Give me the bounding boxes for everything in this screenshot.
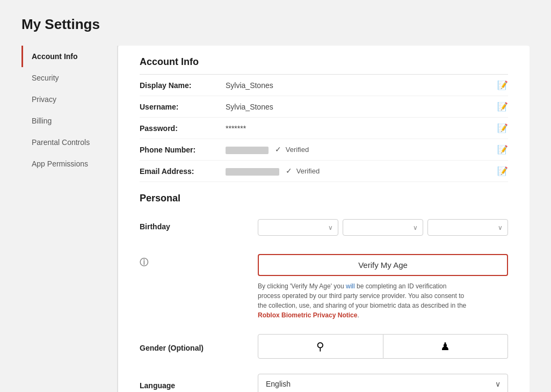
notice-highlight: will	[346, 282, 355, 290]
sidebar-item-security[interactable]: Security	[21, 67, 117, 89]
main-content: Account Info Display Name: Sylvia_Stones…	[118, 46, 530, 392]
birthday-month-select[interactable]: JanFebMar AprMayJun JulAugSep OctNovDec	[258, 219, 338, 236]
language-control: English Spanish French German Portuguese	[258, 374, 508, 392]
email-edit-icon[interactable]: 📝	[497, 166, 508, 176]
display-name-value: Sylvia_Stones	[226, 81, 497, 90]
birthday-month-wrapper: JanFebMar AprMayJun JulAugSep OctNovDec	[258, 219, 338, 236]
phone-verified-text: Verified	[286, 146, 309, 154]
language-row: Language English Spanish French German P…	[140, 366, 508, 392]
username-label: Username:	[140, 103, 226, 111]
email-redacted	[226, 168, 279, 176]
verify-age-row: ⓘ Verify My Age By clicking 'Verify My A…	[140, 248, 508, 326]
birthday-controls: JanFebMar AprMayJun JulAugSep OctNovDec …	[258, 219, 508, 241]
display-name-edit-icon[interactable]: 📝	[497, 80, 508, 90]
birthday-day-select[interactable]: 121531	[343, 219, 423, 236]
sidebar-item-account-info[interactable]: Account Info	[21, 46, 117, 67]
display-name-label: Display Name:	[140, 81, 226, 90]
password-value: *******	[226, 124, 497, 133]
sidebar-item-privacy[interactable]: Privacy	[21, 89, 117, 110]
gender-label: Gender (Optional)	[140, 340, 247, 352]
verify-notice-text: By clicking 'Verify My Age' you will be …	[258, 282, 466, 319]
gender-male-icon: ⚲	[316, 340, 324, 353]
password-edit-icon[interactable]: 📝	[497, 123, 508, 133]
birthday-row: Birthday JanFebMar AprMayJun JulAugSep O…	[140, 213, 508, 248]
phone-edit-icon[interactable]: 📝	[497, 144, 508, 155]
personal-section: Personal Birthday JanFebMar AprMayJun Ju…	[140, 193, 508, 392]
gender-buttons: ⚲ ♟	[258, 334, 508, 359]
phone-number-row: Phone Number: ✓ Verified 📝	[140, 139, 508, 161]
verify-age-notice: By clicking 'Verify My Age' you will be …	[258, 281, 467, 320]
gender-male-button[interactable]: ⚲	[258, 334, 383, 359]
email-verified-text: Verified	[296, 167, 320, 175]
email-checkmark: ✓	[286, 166, 292, 175]
birthday-label: Birthday	[140, 219, 247, 231]
verify-age-help: ⓘ	[140, 254, 247, 268]
birthday-year-wrapper: 200019901980	[427, 219, 508, 236]
birthday-day-wrapper: 121531	[343, 219, 423, 236]
email-value: ✓ Verified	[226, 166, 497, 175]
gender-control: ⚲ ♟	[258, 334, 508, 359]
language-select[interactable]: English Spanish French German Portuguese	[258, 374, 508, 392]
sidebar-item-app-permissions[interactable]: App Permissions	[21, 153, 117, 175]
email-row: Email Address: ✓ Verified 📝	[140, 161, 508, 182]
verify-age-button[interactable]: Verify My Age	[258, 254, 508, 276]
sidebar-item-parental-controls[interactable]: Parental Controls	[21, 132, 117, 153]
page-title: My Settings	[21, 16, 530, 33]
verify-age-control: Verify My Age By clicking 'Verify My Age…	[258, 254, 508, 320]
username-edit-icon[interactable]: 📝	[497, 101, 508, 112]
sidebar: Account Info Security Privacy Billing Pa…	[21, 46, 118, 392]
password-row: Password: ******* 📝	[140, 118, 508, 139]
sidebar-item-billing[interactable]: Billing	[21, 110, 117, 132]
email-label: Email Address:	[140, 167, 226, 176]
birthday-year-select[interactable]: 200019901980	[427, 219, 508, 236]
account-info-title: Account Info	[140, 46, 508, 75]
username-value: Sylvia_Stones	[226, 103, 497, 111]
birthday-selects: JanFebMar AprMayJun JulAugSep OctNovDec …	[258, 219, 508, 236]
password-label: Password:	[140, 124, 226, 133]
gender-female-button[interactable]: ♟	[383, 334, 509, 359]
gender-female-icon: ♟	[440, 340, 450, 353]
help-icon: ⓘ	[140, 252, 148, 267]
language-label: Language	[140, 378, 247, 390]
phone-redacted	[226, 147, 269, 154]
phone-checkmark: ✓	[275, 145, 281, 154]
display-name-row: Display Name: Sylvia_Stones 📝	[140, 75, 508, 96]
phone-number-label: Phone Number:	[140, 146, 226, 154]
username-row: Username: Sylvia_Stones 📝	[140, 96, 508, 118]
phone-number-value: ✓ Verified	[226, 145, 497, 154]
personal-title: Personal	[140, 193, 508, 204]
biometric-link[interactable]: Roblox Biometric Privacy Notice	[258, 311, 357, 319]
gender-row: Gender (Optional) ⚲ ♟	[140, 326, 508, 366]
